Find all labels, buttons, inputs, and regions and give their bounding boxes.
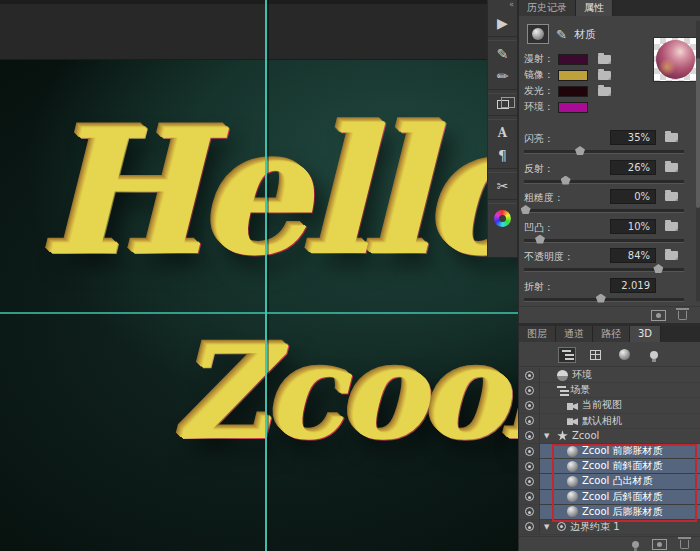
expand-panels-icon[interactable]: »: [509, 0, 514, 9]
filter-lights-icon[interactable]: [645, 347, 663, 363]
diffuse-texture-folder-icon[interactable]: [598, 55, 611, 64]
row-label: Zcool: [572, 430, 599, 441]
delete-icon[interactable]: [680, 540, 689, 549]
paint-material-icon[interactable]: ✎: [556, 27, 567, 42]
tree-row-zcool-mesh[interactable]: ▼Zcool: [519, 429, 700, 444]
twirl-icon[interactable]: ▼: [544, 523, 553, 531]
visibility-toggle[interactable]: [519, 520, 540, 534]
reflection-label: 反射：: [524, 162, 554, 176]
visibility-toggle[interactable]: [519, 414, 540, 428]
visibility-toggle[interactable]: [519, 429, 540, 443]
roughness-texture-folder-icon[interactable]: [665, 192, 678, 201]
shine-texture-folder-icon[interactable]: [665, 133, 678, 142]
tab-history[interactable]: 历史记录: [519, 0, 576, 16]
refraction-slider-track[interactable]: [524, 298, 684, 301]
new-camera-icon[interactable]: [652, 539, 667, 550]
ambient-color-swatch[interactable]: [558, 102, 588, 113]
actions-panel-icon[interactable]: ▶: [488, 12, 517, 34]
dock-divider: [488, 168, 517, 173]
filter-materials-icon[interactable]: [616, 347, 634, 363]
material-sphere-toggle-icon[interactable]: [527, 24, 549, 44]
opacity-texture-folder-icon[interactable]: [665, 251, 678, 260]
roughness-slider-track[interactable]: [524, 209, 684, 212]
tab-layers[interactable]: 图层: [519, 326, 556, 342]
properties-panel: 历史记录 属性 ✎ 材质 漫射： 镜像： 发光：: [519, 0, 700, 323]
opacity-slider-track[interactable]: [524, 268, 684, 271]
tree-row-environment[interactable]: 环境: [519, 368, 700, 383]
bump-texture-folder-icon[interactable]: [665, 222, 678, 231]
bump-slider-track[interactable]: [524, 239, 684, 242]
tree-row-boundary-constraint[interactable]: ▼边界约束 1: [519, 520, 700, 535]
visibility-toggle[interactable]: [519, 490, 540, 504]
filter-meshes-icon[interactable]: [587, 347, 605, 363]
color-themes-panel-icon[interactable]: [494, 210, 511, 227]
bump-value[interactable]: 10%: [610, 219, 656, 234]
camera-icon: [567, 403, 578, 410]
visibility-toggle[interactable]: [519, 398, 540, 412]
filter-whole-scene-icon[interactable]: [558, 347, 576, 363]
visibility-toggle[interactable]: [519, 444, 540, 458]
row-label: 环境: [572, 368, 592, 382]
3d-text-hello: Hello: [44, 108, 536, 280]
specular-color-swatch[interactable]: [558, 70, 588, 81]
tool-presets-panel-icon[interactable]: ✂: [488, 175, 517, 197]
visibility-toggle[interactable]: [519, 383, 540, 397]
shine-slider-track[interactable]: [524, 150, 684, 153]
illumination-color-swatch[interactable]: [558, 86, 588, 97]
tree-row-front-bevel-material[interactable]: Zcool 前斜面材质: [519, 459, 700, 474]
tab-channels[interactable]: 通道: [556, 326, 593, 342]
dock-divider: [488, 115, 517, 120]
scrollbar-thumb[interactable]: [696, 58, 700, 208]
reflection-slider-track[interactable]: [524, 180, 684, 183]
roughness-slider-thumb[interactable]: [521, 205, 531, 214]
tree-row-back-inflation-material[interactable]: Zcool 后膨胀材质: [519, 505, 700, 520]
bump-slider-thumb[interactable]: [535, 235, 545, 244]
tab-properties[interactable]: 属性: [576, 0, 613, 16]
material-preview-ball[interactable]: ◂: [653, 37, 698, 82]
pasteboard: [0, 0, 518, 60]
refraction-value[interactable]: 2.019: [610, 278, 656, 293]
tree-row-current-view[interactable]: 当前视图: [519, 398, 700, 413]
illumination-texture-folder-icon[interactable]: [598, 87, 611, 96]
tab-paths[interactable]: 路径: [593, 326, 630, 342]
specular-texture-folder-icon[interactable]: [598, 71, 611, 80]
shine-slider-thumb[interactable]: [575, 146, 585, 155]
tree-row-front-inflation-material[interactable]: Zcool 前膨胀材质: [519, 444, 700, 459]
refraction-slider-thumb[interactable]: [596, 294, 606, 303]
reflection-texture-folder-icon[interactable]: [665, 163, 678, 172]
character-panel-icon[interactable]: A: [488, 122, 517, 144]
paragraph-panel-icon[interactable]: ¶: [488, 144, 517, 166]
tree-row-back-bevel-material[interactable]: Zcool 后斜面材质: [519, 490, 700, 505]
opacity-value[interactable]: 84%: [610, 248, 656, 263]
twirl-icon[interactable]: ▼: [544, 432, 553, 440]
tree-row-extrusion-material[interactable]: Zcool 凸出材质: [519, 474, 700, 489]
tree-row-scene[interactable]: 场景: [519, 383, 700, 398]
row-label: Zcool 前斜面材质: [582, 459, 663, 473]
new-light-icon[interactable]: [632, 541, 639, 548]
visibility-toggle[interactable]: [519, 505, 540, 519]
visibility-toggle[interactable]: [519, 474, 540, 488]
diffuse-color-swatch[interactable]: [558, 54, 588, 65]
visibility-toggle[interactable]: [519, 368, 540, 382]
row-label: 边界约束 1: [570, 520, 620, 534]
photoshop-window: Hello Zcool » ▶ ✎ ✏ A ¶ ✂ 历史记录 属性 ✎: [0, 0, 700, 551]
reflection-value[interactable]: 26%: [610, 160, 656, 175]
properties-scrollbar[interactable]: [696, 20, 700, 302]
roughness-slider-row: 粗糙度： 0%: [524, 189, 696, 219]
reflection-slider-thumb[interactable]: [561, 176, 571, 185]
delete-icon[interactable]: [678, 311, 687, 320]
roughness-label: 粗糙度：: [524, 191, 564, 205]
clone-source-panel-icon[interactable]: [497, 100, 509, 109]
shine-value[interactable]: 35%: [610, 130, 656, 145]
eye-icon: [525, 431, 534, 440]
brush-presets-panel-icon[interactable]: ✎: [488, 43, 517, 65]
roughness-value[interactable]: 0%: [610, 189, 656, 204]
visibility-toggle[interactable]: [519, 459, 540, 473]
brush-panel-icon[interactable]: ✏: [488, 65, 517, 87]
tree-row-default-camera[interactable]: 默认相机: [519, 414, 700, 429]
tab-3d[interactable]: 3D: [630, 326, 661, 342]
render-icon[interactable]: [651, 310, 666, 321]
3d-panel: 图层 通道 路径 3D 环境 场景: [519, 326, 700, 551]
opacity-slider-thumb[interactable]: [653, 264, 663, 273]
3d-filter-row: [519, 343, 700, 367]
